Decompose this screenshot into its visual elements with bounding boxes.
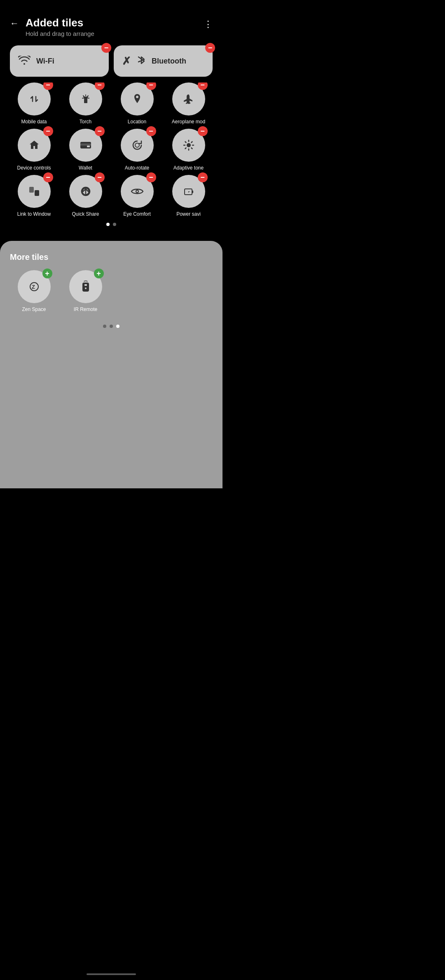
page-subtitle: Hold and drag to arrange <box>26 30 94 37</box>
bottom-dot-1 <box>103 325 106 328</box>
zen-space-circle: + Z <box>18 270 51 303</box>
add-ir-remote-badge[interactable]: + <box>94 269 104 278</box>
tile-wifi[interactable]: − Wi-Fi <box>10 45 109 77</box>
ir-remote-circle: + <box>69 270 102 303</box>
bluetooth-label: Bluetooth <box>152 57 186 66</box>
remove-quick-share-badge[interactable]: − <box>95 172 105 182</box>
tile-mobile-data[interactable]: − Mobile data <box>10 82 58 125</box>
remove-adaptive-tone-badge[interactable]: − <box>198 126 208 136</box>
bottom-pagination-dots <box>10 325 213 328</box>
bluetooth-icon: ✗ <box>122 55 131 68</box>
auto-rotate-circle: − <box>121 129 154 162</box>
tile-bluetooth[interactable]: − ✗ Bluetooth <box>114 45 213 77</box>
tile-wallet[interactable]: − Wallet <box>61 129 110 171</box>
svg-rect-3 <box>80 144 91 146</box>
eye-comfort-circle: − <box>121 175 154 208</box>
tile-zen-space[interactable]: + Z Zen Space <box>10 270 58 312</box>
svg-rect-18 <box>84 284 87 286</box>
add-zen-space-badge[interactable]: + <box>42 269 52 278</box>
location-label: Location <box>128 119 146 125</box>
remove-mobile-badge[interactable]: − <box>43 82 53 90</box>
svg-point-1 <box>136 96 138 98</box>
svg-rect-8 <box>35 190 39 196</box>
tiles-grid: − Mobile data − Torch − <box>7 82 216 217</box>
more-tiles-section: More tiles + Z Zen Space + <box>0 241 222 488</box>
wallet-circle: − <box>69 129 102 162</box>
more-options-button[interactable]: ⋮ <box>204 19 213 30</box>
remove-wifi-badge[interactable]: − <box>101 43 111 53</box>
tile-link-to-window[interactable]: − Link to Window <box>10 175 58 217</box>
remove-auto-rotate-badge[interactable]: − <box>146 126 156 136</box>
power-saving-label: Power savi <box>176 211 201 217</box>
power-saving-circle: − <box>172 175 205 208</box>
location-circle: − <box>121 82 154 115</box>
remove-location-badge[interactable]: − <box>146 82 156 90</box>
aeroplane-label: Aeroplane mod <box>172 119 205 125</box>
remove-link-to-window-badge[interactable]: − <box>43 172 53 182</box>
tile-adaptive-tone[interactable]: − Adaptive tone <box>164 129 213 171</box>
tile-power-saving[interactable]: − Power savi <box>164 175 213 217</box>
bottom-dot-3 <box>116 325 119 328</box>
wide-tiles-row: − Wi-Fi − ✗ Bluetooth <box>7 45 216 77</box>
mobile-data-circle: − <box>18 82 51 115</box>
remove-eye-comfort-badge[interactable]: − <box>146 172 156 182</box>
link-to-window-label: Link to Window <box>17 211 51 217</box>
svg-point-19 <box>85 287 87 289</box>
svg-rect-14 <box>192 191 193 193</box>
remove-power-saving-badge[interactable]: − <box>198 172 208 182</box>
svg-point-5 <box>135 143 139 147</box>
wifi-label: Wi-Fi <box>36 57 54 66</box>
svg-point-12 <box>136 191 138 192</box>
svg-rect-0 <box>84 99 87 103</box>
header-left: ← Added tiles Hold and drag to arrange <box>10 16 94 37</box>
svg-rect-4 <box>87 146 90 147</box>
quick-share-circle: − <box>69 175 102 208</box>
dot-1 <box>106 223 110 226</box>
added-tiles-section: − Wi-Fi − ✗ Bluetooth <box>0 45 222 234</box>
svg-rect-7 <box>29 187 34 193</box>
adaptive-tone-label: Adaptive tone <box>173 165 204 171</box>
torch-label: Torch <box>80 119 91 125</box>
zen-space-label: Zen Space <box>22 306 46 312</box>
dot-2 <box>113 223 116 226</box>
remove-wallet-badge[interactable]: − <box>95 126 105 136</box>
pagination-dots <box>7 223 216 226</box>
svg-text:Z: Z <box>32 284 35 290</box>
more-tiles-grid: + Z Zen Space + IR Remote <box>10 270 213 312</box>
tile-ir-remote[interactable]: + IR Remote <box>61 270 110 312</box>
eye-comfort-label: Eye Comfort <box>123 211 151 217</box>
tile-location[interactable]: − Location <box>113 82 161 125</box>
device-controls-label: Device controls <box>17 165 51 171</box>
mobile-data-label: Mobile data <box>21 119 47 125</box>
bluetooth-icon-bt <box>137 54 146 68</box>
auto-rotate-label: Auto-rotate <box>125 165 149 171</box>
tile-eye-comfort[interactable]: − Eye Comfort <box>113 175 161 217</box>
adaptive-tone-circle: − <box>172 129 205 162</box>
tile-device-controls[interactable]: − Device controls <box>10 129 58 171</box>
bottom-dot-2 <box>110 325 113 328</box>
back-button[interactable]: ← <box>10 18 19 29</box>
tile-torch[interactable]: − Torch <box>61 82 110 125</box>
ir-remote-label: IR Remote <box>74 306 97 312</box>
quick-share-label: Quick Share <box>72 211 99 217</box>
tile-quick-share[interactable]: − Quick Share <box>61 175 110 217</box>
device-controls-circle: − <box>18 129 51 162</box>
wallet-label: Wallet <box>79 165 92 171</box>
remove-aeroplane-badge[interactable]: − <box>198 82 208 90</box>
svg-point-6 <box>187 143 191 147</box>
torch-circle: − <box>69 82 102 115</box>
aeroplane-circle: − <box>172 82 205 115</box>
remove-bluetooth-badge[interactable]: − <box>205 43 215 53</box>
more-tiles-title: More tiles <box>10 252 213 262</box>
tile-auto-rotate[interactable]: − Auto-rotate <box>113 129 161 171</box>
header: ← Added tiles Hold and drag to arrange ⋮ <box>0 0 222 45</box>
tile-aeroplane[interactable]: − Aeroplane mod <box>164 82 213 125</box>
link-to-window-circle: − <box>18 175 51 208</box>
wifi-icon <box>18 56 30 66</box>
header-text: Added tiles Hold and drag to arrange <box>26 16 94 37</box>
page-title: Added tiles <box>26 16 94 29</box>
remove-torch-badge[interactable]: − <box>95 82 105 90</box>
svg-rect-17 <box>82 283 89 292</box>
remove-device-controls-badge[interactable]: − <box>43 126 53 136</box>
